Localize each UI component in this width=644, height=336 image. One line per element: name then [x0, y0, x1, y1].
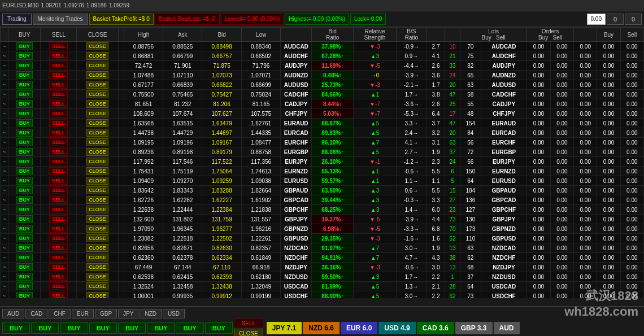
- sell-cell[interactable]: SELL: [41, 272, 77, 282]
- sell-button[interactable]: SELL: [49, 148, 68, 156]
- close-button[interactable]: CLOSE: [86, 119, 108, 127]
- buy-button[interactable]: BUY: [16, 244, 33, 252]
- close-button[interactable]: CLOSE: [86, 81, 108, 89]
- sell-cell[interactable]: SELL: [41, 282, 77, 291]
- close-cell[interactable]: CLOSE: [77, 128, 118, 138]
- close-cell[interactable]: CLOSE: [77, 253, 118, 263]
- sell-button[interactable]: SELL: [49, 71, 68, 79]
- sell-cell[interactable]: SELL: [41, 90, 77, 99]
- buy-button[interactable]: BUY: [16, 62, 33, 69]
- close-cell[interactable]: CLOSE: [77, 291, 118, 299]
- sell-cell[interactable]: SELL: [41, 147, 77, 157]
- buy-cell[interactable]: BUY: [8, 167, 41, 176]
- sell-cell[interactable]: SELL: [41, 99, 77, 109]
- close-cell[interactable]: CLOSE: [77, 71, 118, 80]
- sell-button[interactable]: SELL: [49, 110, 68, 117]
- close-button[interactable]: CLOSE: [86, 129, 108, 137]
- close-button[interactable]: CLOSE: [86, 138, 108, 146]
- currency-pill-jpy-7.1[interactable]: JPY 7.1: [267, 322, 302, 334]
- buy-btn-chf[interactable]: BUY: [60, 322, 88, 334]
- buy-cell[interactable]: BUY: [8, 138, 41, 147]
- buy-cell[interactable]: BUY: [8, 215, 41, 224]
- buy-cell[interactable]: BUY: [8, 147, 41, 157]
- sell-button[interactable]: SELL: [49, 196, 68, 204]
- buy-btn-eur[interactable]: BUY: [89, 322, 117, 334]
- buy-button[interactable]: BUY: [16, 196, 33, 204]
- buy-btn-jpy[interactable]: BUY: [147, 322, 175, 334]
- sell-button[interactable]: SELL: [49, 225, 68, 233]
- close-button[interactable]: CLOSE: [86, 244, 108, 252]
- close-button[interactable]: CLOSE: [86, 90, 108, 98]
- buy-cell[interactable]: BUY: [8, 272, 41, 282]
- sell-cell[interactable]: SELL: [41, 195, 77, 205]
- close-button[interactable]: CLOSE: [86, 292, 108, 298]
- sell-cell[interactable]: SELL: [41, 71, 77, 80]
- close-button[interactable]: CLOSE: [86, 42, 108, 50]
- close-button[interactable]: CLOSE: [234, 329, 263, 337]
- sell-button[interactable]: SELL: [49, 234, 68, 242]
- sell-button[interactable]: SELL: [49, 273, 68, 281]
- close-button[interactable]: CLOSE: [86, 148, 108, 156]
- buy-cell[interactable]: BUY: [8, 253, 41, 263]
- sell-button[interactable]: SELL: [49, 158, 68, 165]
- sell-cell[interactable]: SELL: [41, 157, 77, 167]
- buy-button[interactable]: BUY: [16, 292, 33, 298]
- sell-cell[interactable]: SELL: [41, 61, 77, 71]
- close-button[interactable]: CLOSE: [86, 225, 108, 233]
- close-button[interactable]: CLOSE: [86, 62, 108, 69]
- sell-cell[interactable]: SELL: [41, 186, 77, 195]
- sell-cell[interactable]: SELL: [41, 263, 77, 272]
- buy-button[interactable]: BUY: [16, 282, 33, 290]
- close-cell[interactable]: CLOSE: [77, 157, 118, 167]
- currency-pill-usd-4.9[interactable]: USD 4.9: [378, 322, 415, 334]
- close-cell[interactable]: CLOSE: [77, 234, 118, 243]
- sell-button[interactable]: SELL: [49, 42, 68, 50]
- buy-cell[interactable]: BUY: [8, 128, 41, 138]
- buy-button[interactable]: BUY: [16, 71, 33, 79]
- sell-cell[interactable]: SELL: [41, 109, 77, 119]
- close-button[interactable]: CLOSE: [86, 234, 108, 242]
- buy-cell[interactable]: BUY: [8, 99, 41, 109]
- buy-button[interactable]: BUY: [16, 263, 33, 271]
- buy-cell[interactable]: BUY: [8, 71, 41, 80]
- sell-cell[interactable]: SELL: [41, 253, 77, 263]
- buy-cell[interactable]: BUY: [8, 176, 41, 186]
- buy-cell[interactable]: BUY: [8, 263, 41, 272]
- bottom-tab-gbp[interactable]: GBP: [95, 309, 117, 318]
- buy-cell[interactable]: BUY: [8, 195, 41, 205]
- buy-btn-usd[interactable]: BUY: [205, 322, 233, 334]
- buy-cell[interactable]: BUY: [8, 282, 41, 291]
- close-cell[interactable]: CLOSE: [77, 224, 118, 234]
- buy-button[interactable]: BUY: [16, 167, 33, 175]
- close-button[interactable]: CLOSE: [86, 158, 108, 165]
- close-button[interactable]: CLOSE: [86, 100, 108, 108]
- close-button[interactable]: CLOSE: [86, 273, 108, 281]
- close-button[interactable]: CLOSE: [86, 254, 108, 261]
- buy-button[interactable]: BUY: [16, 52, 33, 60]
- buy-button[interactable]: BUY: [16, 206, 33, 213]
- sell-cell[interactable]: SELL: [41, 42, 77, 51]
- buy-button[interactable]: BUY: [16, 90, 33, 98]
- buy-button[interactable]: BUY: [16, 158, 33, 165]
- buy-button[interactable]: BUY: [16, 110, 33, 117]
- close-button[interactable]: CLOSE: [86, 215, 108, 223]
- close-cell[interactable]: CLOSE: [77, 147, 118, 157]
- currency-pill-nzd-6.6[interactable]: NZD 6.6: [303, 322, 340, 334]
- close-cell[interactable]: CLOSE: [77, 263, 118, 272]
- bottom-tab-usd[interactable]: USD: [163, 309, 185, 318]
- sell-button[interactable]: SELL: [49, 52, 68, 60]
- buy-btn-aud[interactable]: BUY: [2, 322, 30, 334]
- sell-button[interactable]: SELL: [49, 292, 68, 298]
- buy-btn-gbp[interactable]: BUY: [118, 322, 146, 334]
- buy-cell[interactable]: BUY: [8, 109, 41, 119]
- close-cell[interactable]: CLOSE: [77, 272, 118, 282]
- close-cell[interactable]: CLOSE: [77, 90, 118, 99]
- close-cell[interactable]: CLOSE: [77, 205, 118, 215]
- sell-button[interactable]: SELL: [49, 215, 68, 223]
- bottom-tab-jpy[interactable]: JPY: [118, 309, 138, 318]
- sell-cell[interactable]: SELL: [41, 138, 77, 147]
- buy-cell[interactable]: BUY: [8, 80, 41, 90]
- currency-pill-gbp-3.3[interactable]: GBP 3.3: [455, 322, 493, 334]
- sell-cell[interactable]: SELL: [41, 128, 77, 138]
- sell-button[interactable]: SELL: [49, 81, 68, 89]
